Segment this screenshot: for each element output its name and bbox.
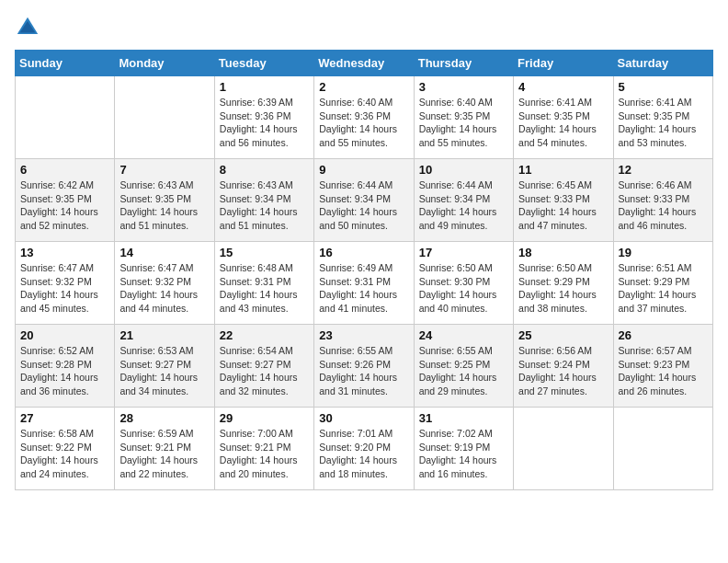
- day-number: 1: [220, 80, 309, 94]
- day-detail: Sunrise: 6:43 AM Sunset: 9:34 PM Dayligh…: [220, 178, 309, 233]
- col-header-tuesday: Tuesday: [214, 51, 313, 76]
- col-header-thursday: Thursday: [414, 51, 513, 76]
- day-detail: Sunrise: 6:47 AM Sunset: 9:32 PM Dayligh…: [20, 261, 109, 316]
- day-detail: Sunrise: 6:58 AM Sunset: 9:22 PM Dayligh…: [20, 427, 109, 481]
- day-number: 13: [20, 246, 109, 259]
- calendar-cell: 22Sunrise: 6:54 AM Sunset: 9:27 PM Dayli…: [214, 325, 313, 408]
- calendar-cell: 30Sunrise: 7:01 AM Sunset: 9:20 PM Dayli…: [314, 408, 414, 490]
- col-header-wednesday: Wednesday: [314, 51, 414, 76]
- day-detail: Sunrise: 6:41 AM Sunset: 9:35 PM Dayligh…: [619, 96, 708, 150]
- logo: [15, 15, 44, 40]
- day-detail: Sunrise: 6:49 AM Sunset: 9:31 PM Dayligh…: [319, 261, 408, 316]
- calendar-cell: [115, 76, 214, 159]
- day-detail: Sunrise: 6:44 AM Sunset: 9:34 PM Dayligh…: [319, 178, 408, 233]
- calendar-cell: 17Sunrise: 6:50 AM Sunset: 9:30 PM Dayli…: [414, 242, 513, 325]
- calendar-cell: 24Sunrise: 6:55 AM Sunset: 9:25 PM Dayli…: [414, 325, 513, 408]
- day-detail: Sunrise: 6:53 AM Sunset: 9:27 PM Dayligh…: [119, 344, 209, 398]
- day-detail: Sunrise: 6:50 AM Sunset: 9:29 PM Dayligh…: [518, 261, 608, 316]
- day-number: 6: [20, 163, 109, 177]
- calendar-cell: 11Sunrise: 6:45 AM Sunset: 9:33 PM Dayli…: [514, 159, 613, 242]
- calendar-cell: 6Sunrise: 6:42 AM Sunset: 9:35 PM Daylig…: [16, 159, 115, 242]
- day-detail: Sunrise: 6:42 AM Sunset: 9:35 PM Dayligh…: [20, 178, 109, 233]
- day-number: 29: [220, 411, 309, 425]
- calendar-cell: 1Sunrise: 6:39 AM Sunset: 9:36 PM Daylig…: [214, 76, 313, 159]
- calendar-cell: 26Sunrise: 6:57 AM Sunset: 9:23 PM Dayli…: [613, 325, 712, 408]
- day-number: 26: [619, 328, 708, 342]
- calendar-cell: 23Sunrise: 6:55 AM Sunset: 9:26 PM Dayli…: [314, 325, 414, 408]
- day-number: 15: [220, 246, 309, 259]
- calendar-cell: [613, 408, 712, 490]
- day-detail: Sunrise: 6:44 AM Sunset: 9:34 PM Dayligh…: [419, 178, 508, 233]
- logo-icon: [15, 15, 40, 40]
- day-number: 31: [419, 411, 508, 425]
- day-detail: Sunrise: 6:47 AM Sunset: 9:32 PM Dayligh…: [119, 261, 209, 316]
- day-number: 12: [619, 163, 708, 177]
- day-detail: Sunrise: 6:45 AM Sunset: 9:33 PM Dayligh…: [518, 178, 608, 233]
- day-number: 5: [619, 80, 708, 94]
- calendar-cell: 9Sunrise: 6:44 AM Sunset: 9:34 PM Daylig…: [314, 159, 414, 242]
- calendar-table: SundayMondayTuesdayWednesdayThursdayFrid…: [15, 50, 713, 490]
- day-number: 8: [220, 163, 309, 177]
- day-number: 9: [319, 163, 408, 177]
- calendar-cell: 13Sunrise: 6:47 AM Sunset: 9:32 PM Dayli…: [16, 242, 115, 325]
- col-header-friday: Friday: [514, 51, 613, 76]
- day-detail: Sunrise: 6:40 AM Sunset: 9:36 PM Dayligh…: [319, 96, 408, 150]
- day-number: 17: [419, 246, 508, 259]
- day-number: 14: [119, 246, 209, 259]
- calendar-cell: 18Sunrise: 6:50 AM Sunset: 9:29 PM Dayli…: [514, 242, 613, 325]
- day-detail: Sunrise: 7:01 AM Sunset: 9:20 PM Dayligh…: [319, 427, 408, 481]
- day-number: 3: [419, 80, 508, 94]
- day-number: 25: [518, 328, 608, 342]
- calendar-cell: 12Sunrise: 6:46 AM Sunset: 9:33 PM Dayli…: [613, 159, 712, 242]
- calendar-cell: 31Sunrise: 7:02 AM Sunset: 9:19 PM Dayli…: [414, 408, 513, 490]
- calendar-cell: 27Sunrise: 6:58 AM Sunset: 9:22 PM Dayli…: [16, 408, 115, 490]
- day-number: 11: [518, 163, 608, 177]
- calendar-cell: 21Sunrise: 6:53 AM Sunset: 9:27 PM Dayli…: [115, 325, 214, 408]
- day-number: 22: [220, 328, 309, 342]
- calendar-cell: 25Sunrise: 6:56 AM Sunset: 9:24 PM Dayli…: [514, 325, 613, 408]
- calendar-cell: 10Sunrise: 6:44 AM Sunset: 9:34 PM Dayli…: [414, 159, 513, 242]
- day-number: 28: [119, 411, 209, 425]
- day-number: 7: [119, 163, 209, 177]
- day-number: 24: [419, 328, 508, 342]
- day-detail: Sunrise: 6:50 AM Sunset: 9:30 PM Dayligh…: [419, 261, 508, 316]
- day-number: 18: [518, 246, 608, 259]
- calendar-cell: 15Sunrise: 6:48 AM Sunset: 9:31 PM Dayli…: [214, 242, 313, 325]
- calendar-cell: 28Sunrise: 6:59 AM Sunset: 9:21 PM Dayli…: [115, 408, 214, 490]
- day-detail: Sunrise: 6:52 AM Sunset: 9:28 PM Dayligh…: [20, 344, 109, 398]
- day-number: 21: [119, 328, 209, 342]
- calendar-cell: 8Sunrise: 6:43 AM Sunset: 9:34 PM Daylig…: [214, 159, 313, 242]
- calendar-cell: 20Sunrise: 6:52 AM Sunset: 9:28 PM Dayli…: [16, 325, 115, 408]
- day-number: 30: [319, 411, 408, 425]
- col-header-sunday: Sunday: [16, 51, 115, 76]
- page-header: [15, 15, 713, 40]
- day-number: 10: [419, 163, 508, 177]
- day-number: 27: [20, 411, 109, 425]
- day-detail: Sunrise: 6:43 AM Sunset: 9:35 PM Dayligh…: [119, 178, 209, 233]
- col-header-saturday: Saturday: [613, 51, 712, 76]
- day-detail: Sunrise: 6:46 AM Sunset: 9:33 PM Dayligh…: [619, 178, 708, 233]
- day-detail: Sunrise: 7:02 AM Sunset: 9:19 PM Dayligh…: [419, 427, 508, 481]
- day-detail: Sunrise: 7:00 AM Sunset: 9:21 PM Dayligh…: [220, 427, 309, 481]
- day-detail: Sunrise: 6:41 AM Sunset: 9:35 PM Dayligh…: [518, 96, 608, 150]
- calendar-cell: 5Sunrise: 6:41 AM Sunset: 9:35 PM Daylig…: [613, 76, 712, 159]
- col-header-monday: Monday: [115, 51, 214, 76]
- calendar-cell: 16Sunrise: 6:49 AM Sunset: 9:31 PM Dayli…: [314, 242, 414, 325]
- calendar-cell: 7Sunrise: 6:43 AM Sunset: 9:35 PM Daylig…: [115, 159, 214, 242]
- day-detail: Sunrise: 6:57 AM Sunset: 9:23 PM Dayligh…: [619, 344, 708, 398]
- calendar-cell: 19Sunrise: 6:51 AM Sunset: 9:29 PM Dayli…: [613, 242, 712, 325]
- calendar-cell: 4Sunrise: 6:41 AM Sunset: 9:35 PM Daylig…: [514, 76, 613, 159]
- day-detail: Sunrise: 6:40 AM Sunset: 9:35 PM Dayligh…: [419, 96, 508, 150]
- calendar-cell: 14Sunrise: 6:47 AM Sunset: 9:32 PM Dayli…: [115, 242, 214, 325]
- day-detail: Sunrise: 6:54 AM Sunset: 9:27 PM Dayligh…: [220, 344, 309, 398]
- calendar-cell: [514, 408, 613, 490]
- day-number: 19: [619, 246, 708, 259]
- calendar-cell: 3Sunrise: 6:40 AM Sunset: 9:35 PM Daylig…: [414, 76, 513, 159]
- day-detail: Sunrise: 6:55 AM Sunset: 9:26 PM Dayligh…: [319, 344, 408, 398]
- day-detail: Sunrise: 6:39 AM Sunset: 9:36 PM Dayligh…: [220, 96, 309, 150]
- day-number: 16: [319, 246, 408, 259]
- day-number: 20: [20, 328, 109, 342]
- day-detail: Sunrise: 6:51 AM Sunset: 9:29 PM Dayligh…: [619, 261, 708, 316]
- day-detail: Sunrise: 6:59 AM Sunset: 9:21 PM Dayligh…: [119, 427, 209, 481]
- day-detail: Sunrise: 6:55 AM Sunset: 9:25 PM Dayligh…: [419, 344, 508, 398]
